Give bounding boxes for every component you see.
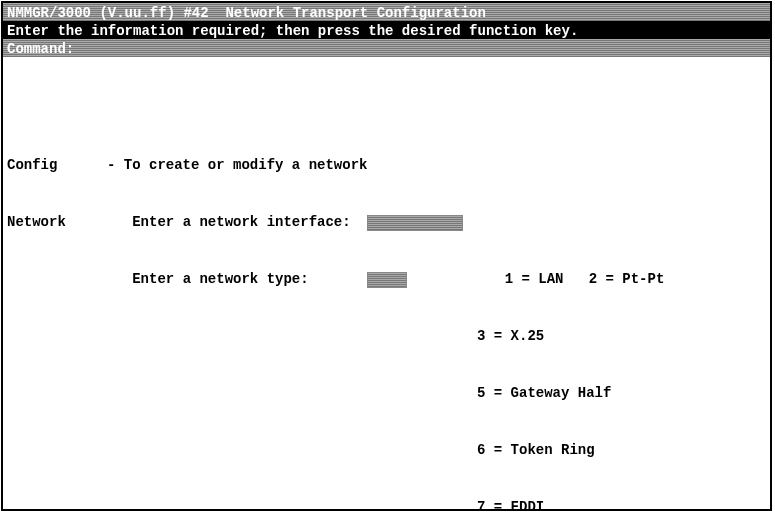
type-prompt: Enter a network type:	[132, 271, 308, 287]
config-desc: - To create or modify a network	[107, 156, 367, 175]
network-type-input[interactable]	[367, 272, 407, 288]
command-bar[interactable]: Command:	[3, 39, 770, 57]
title-bar: NMMGR/3000 (V.uu.ff) #42 Network Transpo…	[3, 3, 770, 21]
section-label-config: Config	[7, 156, 107, 175]
section-label-network: Network	[7, 213, 107, 232]
type-legend-4: 6 = Token Ring	[477, 441, 595, 460]
network-interface-input[interactable]	[367, 215, 463, 231]
type-legend-2: 3 = X.25	[477, 327, 544, 346]
instruction-bar: Enter the information required; then pre…	[3, 21, 770, 39]
type-legend-1: 1 = LAN 2 = Pt-Pt	[505, 271, 665, 287]
iface-prompt: Enter a network interface:	[132, 214, 350, 230]
type-legend-3: 5 = Gateway Half	[477, 384, 611, 403]
content-area: Config - To create or modify a network N…	[3, 57, 770, 514]
type-legend-5: 7 = FDDI	[477, 498, 544, 514]
